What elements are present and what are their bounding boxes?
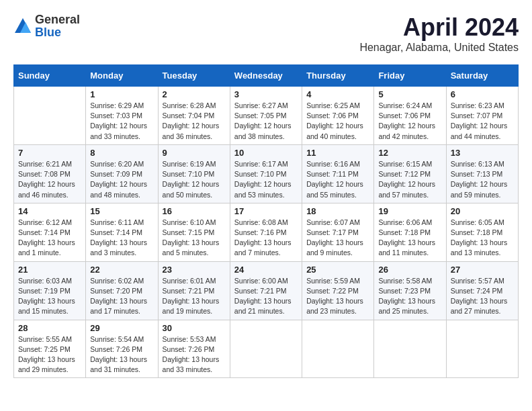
daylight-minutes-text: and 59 minutes.: [451, 191, 501, 199]
month-title: April 2024: [359, 13, 519, 42]
calendar-cell: 17Sunrise: 6:08 AMSunset: 7:16 PMDayligh…: [230, 203, 302, 261]
daylight-text: Daylight: 13 hours: [90, 238, 147, 246]
sunset-text: Sunset: 7:20 PM: [90, 287, 142, 295]
sunset-text: Sunset: 7:10 PM: [163, 170, 215, 178]
calendar-cell: 6Sunrise: 6:23 AMSunset: 7:07 PMDaylight…: [446, 87, 518, 145]
sunrise-text: Sunrise: 6:11 AM: [90, 218, 144, 226]
calendar-cell: 14Sunrise: 6:12 AMSunset: 7:14 PMDayligh…: [14, 203, 86, 261]
day-number: 20: [451, 206, 514, 216]
daylight-minutes-text: and 55 minutes.: [306, 191, 357, 199]
sunrise-text: Sunrise: 6:06 AM: [378, 218, 432, 226]
daylight-text: Daylight: 13 hours: [90, 355, 147, 363]
daylight-text: Daylight: 13 hours: [163, 297, 220, 305]
calendar-cell: 11Sunrise: 6:16 AMSunset: 7:11 PMDayligh…: [302, 144, 374, 203]
day-number: 25: [306, 265, 369, 275]
daylight-minutes-text: and 33 minutes.: [90, 132, 140, 140]
day-info: Sunrise: 6:05 AMSunset: 7:18 PMDaylight:…: [451, 218, 514, 259]
calendar-cell: [230, 320, 302, 378]
day-number: 24: [234, 265, 298, 275]
daylight-minutes-text: and 17 minutes.: [90, 307, 140, 315]
calendar-cell: 8Sunrise: 6:20 AMSunset: 7:09 PMDaylight…: [86, 144, 158, 203]
calendar-cell: 30Sunrise: 5:53 AMSunset: 7:26 PMDayligh…: [158, 320, 230, 378]
calendar-cell: [374, 320, 446, 378]
daylight-minutes-text: and 29 minutes.: [18, 365, 69, 373]
day-info: Sunrise: 6:21 AMSunset: 7:08 PMDaylight:…: [18, 159, 81, 200]
day-info: Sunrise: 6:24 AMSunset: 7:06 PMDaylight:…: [378, 101, 441, 142]
sunset-text: Sunset: 7:04 PM: [163, 111, 215, 120]
daylight-minutes-text: and 48 minutes.: [90, 191, 140, 199]
calendar-cell: [302, 320, 374, 378]
sunset-text: Sunset: 7:21 PM: [234, 287, 287, 295]
sunrise-text: Sunrise: 6:01 AM: [163, 277, 216, 285]
daylight-text: Daylight: 12 hours: [234, 180, 292, 188]
calendar-cell: 27Sunrise: 5:57 AMSunset: 7:24 PMDayligh…: [446, 261, 518, 320]
day-number: 27: [451, 265, 514, 275]
day-number: 30: [163, 323, 226, 333]
logo-text: General Blue: [35, 13, 80, 39]
day-info: Sunrise: 6:02 AMSunset: 7:20 PMDaylight:…: [90, 276, 153, 317]
day-number: 4: [306, 89, 369, 99]
day-number: 17: [234, 206, 298, 216]
calendar-cell: 22Sunrise: 6:02 AMSunset: 7:20 PMDayligh…: [86, 261, 158, 320]
daylight-text: Daylight: 12 hours: [378, 122, 435, 130]
calendar-cell: 15Sunrise: 6:11 AMSunset: 7:14 PMDayligh…: [86, 203, 158, 261]
daylight-text: Daylight: 13 hours: [306, 238, 363, 246]
day-info: Sunrise: 6:13 AMSunset: 7:13 PMDaylight:…: [451, 159, 514, 200]
day-number: 7: [18, 148, 81, 158]
daylight-minutes-text: and 53 minutes.: [234, 191, 285, 199]
calendar-cell: 4Sunrise: 6:25 AMSunset: 7:06 PMDaylight…: [302, 87, 374, 145]
day-number: 29: [90, 323, 153, 333]
daylight-text: Daylight: 13 hours: [234, 238, 292, 246]
sunrise-text: Sunrise: 5:54 AM: [90, 335, 144, 343]
sunrise-text: Sunrise: 5:58 AM: [378, 277, 432, 285]
day-info: Sunrise: 6:25 AMSunset: 7:06 PMDaylight:…: [306, 101, 369, 142]
day-info: Sunrise: 5:54 AMSunset: 7:26 PMDaylight:…: [90, 334, 153, 375]
sunset-text: Sunset: 7:26 PM: [90, 345, 142, 353]
sunrise-text: Sunrise: 5:57 AM: [451, 277, 504, 285]
sunrise-text: Sunrise: 6:20 AM: [90, 160, 144, 168]
day-info: Sunrise: 6:03 AMSunset: 7:19 PMDaylight:…: [18, 276, 81, 317]
day-number: 18: [306, 206, 369, 216]
daylight-text: Daylight: 12 hours: [163, 180, 220, 188]
sunset-text: Sunset: 7:11 PM: [306, 170, 359, 178]
calendar-cell: 7Sunrise: 6:21 AMSunset: 7:08 PMDaylight…: [14, 144, 86, 203]
day-number: 16: [163, 206, 226, 216]
sunrise-text: Sunrise: 6:10 AM: [163, 218, 216, 226]
calendar-cell: 10Sunrise: 6:17 AMSunset: 7:10 PMDayligh…: [230, 144, 302, 203]
sunrise-text: Sunrise: 6:29 AM: [90, 101, 144, 109]
daylight-minutes-text: and 36 minutes.: [163, 132, 213, 140]
sunset-text: Sunset: 7:14 PM: [90, 228, 142, 236]
sunrise-text: Sunrise: 6:25 AM: [306, 101, 360, 109]
daylight-text: Daylight: 13 hours: [18, 355, 75, 363]
calendar-cell: 12Sunrise: 6:15 AMSunset: 7:12 PMDayligh…: [374, 144, 446, 203]
calendar-cell: 29Sunrise: 5:54 AMSunset: 7:26 PMDayligh…: [86, 320, 158, 378]
daylight-minutes-text: and 46 minutes.: [18, 191, 69, 199]
daylight-text: Daylight: 13 hours: [451, 238, 508, 246]
page-header: General Blue April 2024 Henagar, Alabama…: [13, 13, 519, 54]
sunrise-text: Sunrise: 6:05 AM: [451, 218, 504, 226]
sunset-text: Sunset: 7:23 PM: [378, 287, 431, 295]
daylight-minutes-text: and 13 minutes.: [451, 248, 501, 257]
day-number: 15: [90, 206, 153, 216]
calendar-cell: 18Sunrise: 6:07 AMSunset: 7:17 PMDayligh…: [302, 203, 374, 261]
sunset-text: Sunset: 7:12 PM: [378, 170, 431, 178]
day-number: 11: [306, 148, 369, 158]
sunset-text: Sunset: 7:14 PM: [18, 228, 71, 236]
day-number: 2: [163, 89, 226, 99]
calendar-cell: 3Sunrise: 6:27 AMSunset: 7:05 PMDaylight…: [230, 87, 302, 145]
day-info: Sunrise: 6:00 AMSunset: 7:21 PMDaylight:…: [234, 276, 298, 317]
daylight-text: Daylight: 13 hours: [90, 297, 147, 305]
sunset-text: Sunset: 7:10 PM: [234, 170, 287, 178]
calendar-cell: 20Sunrise: 6:05 AMSunset: 7:18 PMDayligh…: [446, 203, 518, 261]
calendar-cell: 23Sunrise: 6:01 AMSunset: 7:21 PMDayligh…: [158, 261, 230, 320]
daylight-minutes-text: and 38 minutes.: [234, 132, 285, 140]
calendar-cell: 13Sunrise: 6:13 AMSunset: 7:13 PMDayligh…: [446, 144, 518, 203]
day-info: Sunrise: 6:19 AMSunset: 7:10 PMDaylight:…: [163, 159, 226, 200]
sunrise-text: Sunrise: 6:02 AM: [90, 277, 144, 285]
sunrise-text: Sunrise: 6:00 AM: [234, 277, 288, 285]
day-info: Sunrise: 6:07 AMSunset: 7:17 PMDaylight:…: [306, 218, 369, 259]
day-number: 13: [451, 148, 514, 158]
daylight-text: Daylight: 13 hours: [163, 355, 220, 363]
sunset-text: Sunset: 7:22 PM: [306, 287, 359, 295]
day-of-week-header: Sunday: [14, 65, 86, 87]
